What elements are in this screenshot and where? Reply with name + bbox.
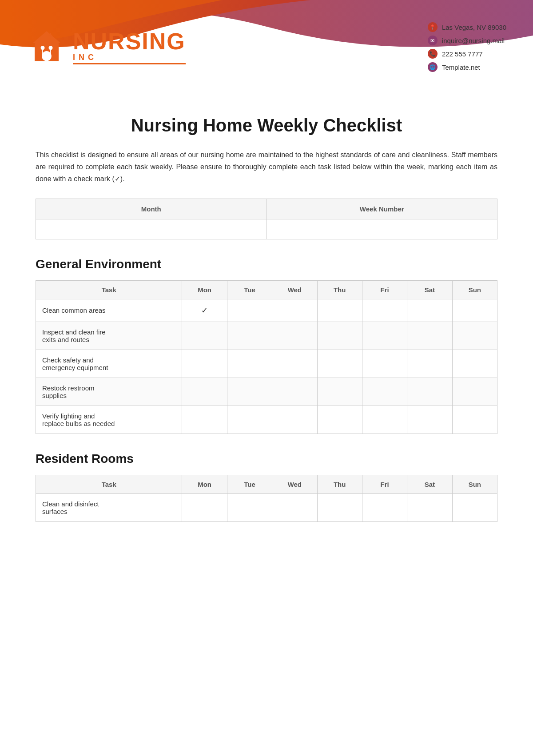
task-cell: Inspect and clean fireexits and routes: [36, 322, 182, 350]
sat-cell[interactable]: [407, 406, 452, 434]
contact-phone: 📞 222 555 7777: [428, 49, 506, 59]
col-tue: Tue: [227, 280, 272, 299]
logo-inc: INC: [73, 53, 186, 64]
col-thu: Thu: [317, 475, 362, 493]
svg-point-5: [49, 46, 53, 50]
web-icon: 🌐: [428, 62, 438, 72]
col-sat: Sat: [407, 280, 452, 299]
phone-icon: 📞: [428, 49, 438, 59]
col-task: Task: [36, 475, 182, 493]
location-icon: 📍: [428, 22, 438, 32]
col-thu: Thu: [317, 280, 362, 299]
fri-cell[interactable]: [362, 378, 407, 406]
thu-cell[interactable]: [317, 406, 362, 434]
col-wed: Wed: [272, 280, 317, 299]
col-task: Task: [36, 280, 182, 299]
header: + NURSING INC 📍 Las Vegas, NV 89030 ✉ in…: [0, 0, 533, 98]
tue-cell[interactable]: [227, 322, 272, 350]
sun-cell[interactable]: [452, 493, 497, 521]
thu-cell[interactable]: [317, 350, 362, 378]
sat-cell[interactable]: [407, 350, 452, 378]
table-row: Clean and disinfectsurfaces: [36, 493, 497, 521]
description: This checklist is designed to ensure all…: [36, 149, 497, 185]
mon-cell[interactable]: [182, 378, 227, 406]
col-sat: Sat: [407, 475, 452, 493]
sun-cell[interactable]: [452, 350, 497, 378]
table-row: Clean common areas ✓: [36, 299, 497, 322]
svg-text:+: +: [48, 31, 52, 39]
svg-marker-0: [33, 31, 61, 43]
col-sun: Sun: [452, 475, 497, 493]
wed-cell[interactable]: [272, 493, 317, 521]
wed-cell[interactable]: [272, 322, 317, 350]
mon-cell[interactable]: [182, 493, 227, 521]
fri-cell[interactable]: [362, 493, 407, 521]
wed-cell[interactable]: [272, 350, 317, 378]
task-cell: Verify lighting andreplace bulbs as need…: [36, 406, 182, 434]
wed-cell[interactable]: [272, 378, 317, 406]
logo-nursing: NURSING: [73, 30, 186, 53]
section-heading-general: General Environment: [36, 257, 497, 271]
col-tue: Tue: [227, 475, 272, 493]
sat-cell[interactable]: [407, 322, 452, 350]
sun-cell[interactable]: [452, 406, 497, 434]
sun-cell[interactable]: [452, 322, 497, 350]
col-fri: Fri: [362, 475, 407, 493]
col-fri: Fri: [362, 280, 407, 299]
fri-cell[interactable]: [362, 299, 407, 322]
sun-cell[interactable]: [452, 378, 497, 406]
fri-cell[interactable]: [362, 350, 407, 378]
contact-info: 📍 Las Vegas, NV 89030 ✉ inquire@nursing.…: [428, 22, 506, 72]
table-row: Inspect and clean fireexits and routes: [36, 322, 497, 350]
mon-cell[interactable]: [182, 322, 227, 350]
contact-website: 🌐 Template.net: [428, 62, 506, 72]
page-title: Nursing Home Weekly Checklist: [36, 115, 497, 135]
contact-email: ✉ inquire@nursing.mail: [428, 36, 506, 45]
task-cell: Restock restroomsupplies: [36, 378, 182, 406]
table-row: Check safety andemergency equipment: [36, 350, 497, 378]
thu-cell[interactable]: [317, 322, 362, 350]
tue-cell[interactable]: [227, 299, 272, 322]
week-value[interactable]: [266, 219, 497, 239]
fri-cell[interactable]: [362, 406, 407, 434]
thu-cell[interactable]: [317, 378, 362, 406]
logo-text: NURSING INC: [73, 30, 186, 64]
col-mon: Mon: [182, 475, 227, 493]
section-heading-resident: Resident Rooms: [36, 452, 497, 466]
tue-cell[interactable]: [227, 350, 272, 378]
svg-rect-2: [42, 51, 52, 61]
meta-table: Month Week Number: [36, 199, 497, 239]
sat-cell[interactable]: [407, 378, 452, 406]
mon-cell[interactable]: ✓: [182, 299, 227, 322]
col-sun: Sun: [452, 280, 497, 299]
sat-cell[interactable]: [407, 299, 452, 322]
sat-cell[interactable]: [407, 493, 452, 521]
mon-cell[interactable]: [182, 350, 227, 378]
thu-cell[interactable]: [317, 493, 362, 521]
svg-point-3: [41, 46, 45, 50]
table-row: Verify lighting andreplace bulbs as need…: [36, 406, 497, 434]
col-mon: Mon: [182, 280, 227, 299]
mon-cell[interactable]: [182, 406, 227, 434]
thu-cell[interactable]: [317, 299, 362, 322]
fri-cell[interactable]: [362, 322, 407, 350]
logo-icon: +: [27, 27, 67, 67]
checklist-table-general: Task Mon Tue Wed Thu Fri Sat Sun Clean c…: [36, 280, 497, 434]
table-row: Restock restroomsupplies: [36, 378, 497, 406]
col-wed: Wed: [272, 475, 317, 493]
tue-cell[interactable]: [227, 493, 272, 521]
tue-cell[interactable]: [227, 378, 272, 406]
sun-cell[interactable]: [452, 299, 497, 322]
main-content: Nursing Home Weekly Checklist This check…: [0, 98, 533, 566]
email-icon: ✉: [428, 36, 438, 45]
wed-cell[interactable]: [272, 299, 317, 322]
task-cell: Clean common areas: [36, 299, 182, 322]
task-cell: Clean and disinfectsurfaces: [36, 493, 182, 521]
task-cell: Check safety andemergency equipment: [36, 350, 182, 378]
tue-cell[interactable]: [227, 406, 272, 434]
wed-cell[interactable]: [272, 406, 317, 434]
month-value[interactable]: [36, 219, 267, 239]
logo-area: + NURSING INC: [27, 27, 186, 67]
checklist-table-resident: Task Mon Tue Wed Thu Fri Sat Sun Clean a…: [36, 475, 497, 522]
week-header: Week Number: [266, 199, 497, 219]
